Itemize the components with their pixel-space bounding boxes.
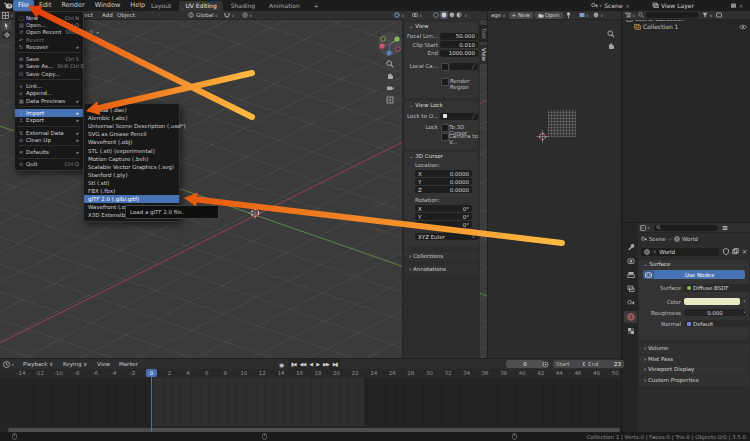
import-menu-item-gltf-2-0-glb-gltf[interactable]: glTF 2.0 (.glb/.gltf)	[84, 195, 179, 203]
sidebar-tab-tool[interactable]: Tool	[479, 25, 487, 42]
file-menu-item-external-data[interactable]: ⇅External Data▸	[15, 129, 83, 136]
normal-field[interactable]: Default	[684, 320, 750, 327]
datablock-name[interactable]: World	[659, 249, 675, 255]
clip-end-field[interactable]: 1000.000	[440, 50, 478, 57]
import-menu-item-stl-stl-experimental[interactable]: STL (.stl) (experimental)	[84, 146, 179, 154]
select-tool-icon[interactable]	[2, 22, 11, 30]
current-frame-field[interactable]: 0	[506, 360, 544, 368]
file-menu-item-new[interactable]: ▢NewCtrl N	[15, 14, 83, 21]
import-menu-item-stanford-ply[interactable]: Stanford (.ply)	[84, 171, 179, 179]
proportional-editing-toggle[interactable]: ∨	[242, 11, 252, 19]
properties-tab-output[interactable]	[624, 269, 637, 281]
properties-search-input[interactable]	[654, 225, 718, 231]
render-region-checkbox[interactable]	[441, 78, 449, 86]
import-menu-item-alembic-abc[interactable]: Alembic (.abc)	[84, 114, 179, 122]
workspace-tab-uv-editing[interactable]: UV Editing	[179, 1, 222, 11]
panel-viewport-display[interactable]: › Viewport Display	[639, 365, 749, 375]
file-menu-item-data-previews[interactable]: ▦Data Previews▸	[15, 97, 83, 104]
properties-tab-view-layer[interactable]	[624, 283, 637, 295]
animate-dot-icon[interactable]: •	[743, 309, 746, 315]
import-menu-item-wavefront-obj[interactable]: Wavefront (.obj)	[84, 138, 179, 146]
file-menu-item-save-copy[interactable]: ⊡Save Copy...	[15, 70, 83, 77]
cursor-location-z[interactable]: Z0.0000	[415, 186, 472, 193]
import-menu-item-collada-dae[interactable]: Collada (.dae)	[84, 106, 179, 114]
sidebar-tab-view[interactable]: View	[479, 45, 487, 64]
animate-dot-icon[interactable]: •	[743, 298, 746, 304]
camera-to-view-checkbox[interactable]	[441, 133, 449, 141]
duplicate-icon[interactable]	[732, 248, 739, 255]
import-menu-item-universal-scene-description-usd[interactable]: Universal Scene Description (.usd*)	[84, 122, 179, 130]
workspace-tab-animation[interactable]: Animation	[263, 1, 306, 11]
use-nodes-button[interactable]: Use Nodes	[654, 270, 745, 279]
file-menu-item-export[interactable]: ↥Export▸	[15, 117, 83, 124]
file-menu-item-quit[interactable]: ⊙QuitCtrl Q	[15, 161, 83, 168]
image-slot-dropdown[interactable]: ∨	[579, 12, 589, 18]
view-layer-name[interactable]: View Layer	[661, 2, 694, 9]
breadcrumb-scene[interactable]: Scene	[649, 236, 666, 242]
file-menu-item-link[interactable]: ∞Link...	[15, 82, 83, 89]
clip-start-field[interactable]: 0.010	[440, 41, 478, 48]
outliner-row-collection-1[interactable]: Collection 1	[634, 23, 750, 32]
editor-type-button[interactable]: ∨	[3, 361, 14, 368]
playhead-badge[interactable]: 0	[146, 369, 157, 377]
workspace-tab-layout[interactable]: Layout	[145, 1, 177, 11]
editor-type-button[interactable]: ∨	[640, 225, 650, 231]
editor-type-button[interactable]: ∨	[2, 11, 13, 19]
file-menu-item-revert[interactable]: ↶Revert	[15, 36, 83, 43]
image-menu[interactable]: age	[491, 12, 501, 18]
surface-shader-field[interactable]: Diffuse BSDF	[684, 284, 750, 292]
focal-length-field[interactable]: 50.000	[440, 33, 478, 40]
cursor-rotation-x[interactable]: X0°	[415, 205, 472, 212]
file-menu-item-open-recent[interactable]: ↺Open RecentShift Ctrl O▸	[15, 29, 83, 36]
pan-hand-icon[interactable]	[385, 71, 394, 80]
pin-icon[interactable]	[566, 12, 571, 19]
display-channels-dropdown[interactable]: ∨	[593, 12, 603, 18]
properties-tab-render[interactable]	[624, 255, 637, 267]
eye-visibility-icon[interactable]	[739, 24, 747, 30]
file-menu-item-open[interactable]: ▤Open...Ctrl O	[15, 21, 83, 28]
to-3d-cursor-checkbox[interactable]	[441, 124, 449, 132]
outliner-display-mode-dropdown[interactable]: ∨	[625, 12, 635, 18]
zoom-icon[interactable]	[385, 59, 394, 68]
cursor-tool-icon[interactable]	[2, 31, 11, 39]
unlink-icon[interactable]: ✕	[626, 3, 630, 9]
navigation-gizmo[interactable]	[377, 31, 403, 57]
panel-annotations[interactable]: › Annotations	[405, 265, 478, 274]
zoom-icon[interactable]	[606, 29, 615, 38]
properties-tab-world[interactable]	[624, 311, 637, 323]
fake-user-shield-icon[interactable]	[723, 248, 729, 255]
file-menu-item-save-as[interactable]: ⊞Save As...Shift Ctrl S	[15, 63, 83, 70]
overlays-dropdown[interactable]: ∨	[412, 11, 422, 19]
breadcrumb-world[interactable]: World	[682, 236, 698, 242]
filter-icon[interactable]: ∨	[702, 12, 712, 18]
frame-start-field[interactable]: Start0	[553, 360, 589, 368]
file-menu-item-save[interactable]: ⊟SaveCtrl S	[15, 55, 83, 62]
cursor-location-y[interactable]: Y0.0000	[415, 178, 472, 185]
cursor-location-x[interactable]: X0.0000	[415, 170, 472, 177]
transform-orientation-dropdown[interactable]: Global ∨	[188, 11, 218, 19]
wireframe-shading-icon[interactable]	[433, 12, 439, 18]
eyedropper-icon[interactable]: ╱	[472, 63, 475, 69]
new-image-button[interactable]: + New	[509, 12, 533, 19]
pan-hand-icon[interactable]	[606, 41, 615, 50]
panel-mist-pass[interactable]: › Mist Pass	[639, 355, 749, 365]
cursor-rotation-z[interactable]: Z0°	[415, 221, 472, 228]
material-shading-icon[interactable]	[449, 12, 455, 18]
search-icon[interactable]	[638, 12, 644, 18]
panel-custom-properties[interactable]: › Custom Properties	[639, 376, 749, 386]
file-menu-item-clean-up[interactable]: ⊘Clean Up▸	[15, 136, 83, 143]
timeline-menu-playback[interactable]: Playback ∨	[20, 359, 56, 369]
uv-editor[interactable]: age ∨ + New Open ∨ ∨	[487, 11, 622, 358]
eyedropper-icon[interactable]: ╱	[472, 113, 475, 119]
toggle-ortho-icon[interactable]	[385, 95, 394, 104]
open-image-button[interactable]: Open	[535, 12, 563, 19]
workspace-tab-+[interactable]: +	[308, 1, 325, 11]
world-datablock-field[interactable]: ∨ World	[641, 248, 719, 256]
properties-tab-texture[interactable]	[624, 325, 637, 337]
file-menu-item-append[interactable]: ∪Append...	[15, 90, 83, 97]
scene-selector[interactable]: ∨ Scene ✕	[591, 1, 630, 10]
menubar-item-file[interactable]: File	[13, 0, 34, 11]
next-keyframe-icon[interactable]: ▶▶	[321, 360, 331, 369]
import-menu-item-svg-as-grease-pencil[interactable]: SVG as Grease Pencil	[84, 130, 179, 138]
auto-key-icon[interactable]: ◉	[277, 360, 286, 368]
